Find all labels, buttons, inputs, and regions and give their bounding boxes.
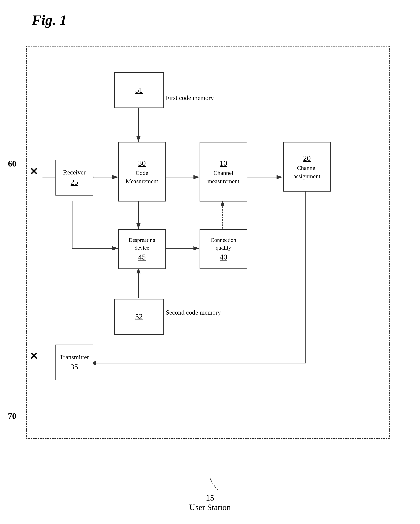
block-52: 52 <box>114 299 164 335</box>
block-51: 51 <box>114 72 164 108</box>
label-first-code-memory: First code memory <box>166 94 214 102</box>
user-station-area: 15 User Station <box>189 476 231 512</box>
antenna-tx-symbol: ✕ <box>30 350 38 362</box>
block-30: 30 Code Measurement <box>118 142 166 201</box>
figure-title: Fig. 1 <box>32 12 67 28</box>
user-station-label: User Station <box>189 503 231 512</box>
label-second-code-memory: Second code memory <box>166 309 221 316</box>
main-diagram-container: 51 Receiver 25 30 Code Measurement 10 Ch… <box>26 46 390 439</box>
block-10: 10 Channel measurement <box>200 142 247 201</box>
user-station-num: 15 <box>189 493 231 503</box>
antenna-rx-symbol: ✕ <box>30 166 38 177</box>
user-station-curve <box>190 476 230 492</box>
block-35: Transmitter 35 <box>55 345 93 380</box>
block-25: Receiver 25 <box>55 160 93 196</box>
block-45: Despreating device 45 <box>118 229 166 269</box>
label-antenna-rx: 60 <box>8 159 16 168</box>
block-20: 20 Channel assignment <box>283 142 331 192</box>
label-antenna-tx: 70 <box>8 411 16 421</box>
block-40: Connection quality 40 <box>200 229 247 269</box>
